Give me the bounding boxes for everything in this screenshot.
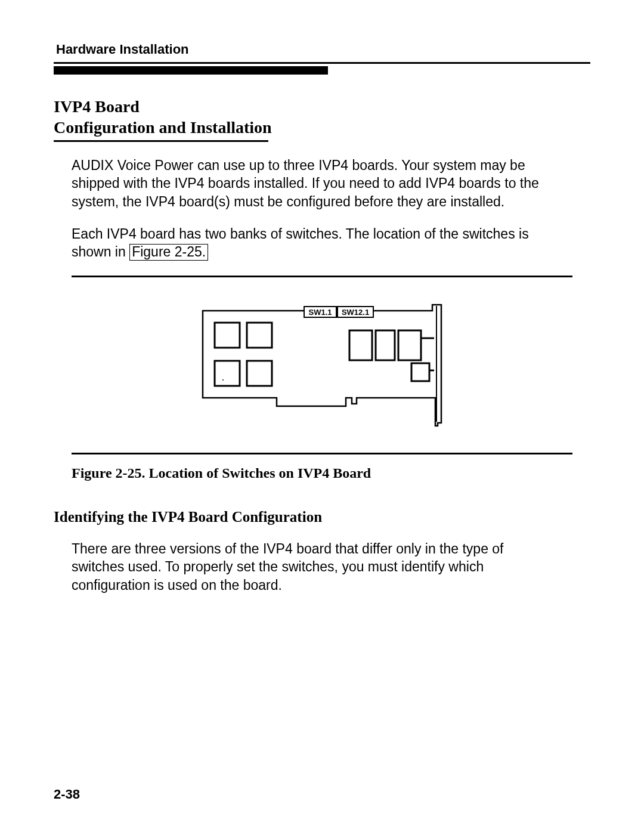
svg-rect-12 [411,363,429,381]
figure-caption: Figure 2-25. Location of Switches on IVP… [72,465,572,481]
label-sw12: SW12.1 [342,308,369,317]
figure-ref-link[interactable]: Figure 2-25. [129,244,208,260]
page: Hardware Installation IVP4 Board Configu… [0,0,644,832]
label-sw1: SW1.1 [308,308,332,317]
ivp4-board-diagram: SW1.1 SW12.1 [197,304,447,435]
svg-rect-6 [247,361,272,386]
figure-block: SW1.1 SW12.1 [72,276,572,454]
running-head: Hardware Installation [54,42,590,57]
svg-rect-8 [349,330,372,360]
figure-rule-bottom [72,453,572,454]
page-number: 2-38 [54,787,80,802]
section-title-line2: Configuration and Installation [54,117,590,138]
svg-rect-10 [398,330,421,360]
svg-rect-9 [376,330,395,360]
figure-area: SW1.1 SW12.1 [72,277,572,453]
svg-rect-5 [215,361,240,386]
body-text: AUDIX Voice Power can use up to three IV… [72,156,543,261]
subsection-title: Identifying the IVP4 Board Configuration [54,509,590,525]
svg-rect-4 [247,323,272,348]
section-underline [54,140,268,142]
section-title-line1: IVP4 Board [54,96,590,117]
paragraph-2: Each IVP4 board has two banks of switche… [72,225,543,261]
paragraph-1: AUDIX Voice Power can use up to three IV… [72,156,543,211]
subsection-paragraph-1: There are three versions of the IVP4 boa… [72,540,543,594]
svg-point-7 [222,379,224,381]
svg-rect-3 [215,323,240,348]
subsection-body: There are three versions of the IVP4 boa… [72,540,543,594]
header-rule-thin [54,62,590,64]
section-title: IVP4 Board Configuration and Installatio… [54,96,590,138]
header-rule-thick [54,66,328,75]
